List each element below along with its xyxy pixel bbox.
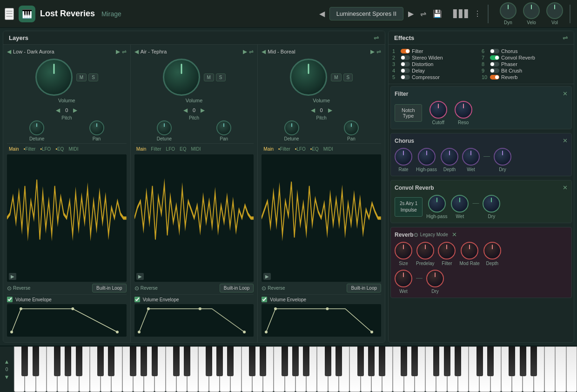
layer-2-play-button[interactable]: ▶ xyxy=(136,273,144,280)
black-key[interactable] xyxy=(65,346,71,376)
layer-1-tab-midi[interactable]: MIDI xyxy=(67,146,80,153)
chorus-close-button[interactable]: ✕ xyxy=(563,137,568,144)
black-key[interactable] xyxy=(455,346,461,376)
layer-2-tab-filter[interactable]: Filter xyxy=(149,146,163,153)
filter-type-button[interactable]: NotchType xyxy=(395,104,422,122)
layer-3-tab-lfo[interactable]: •LFO xyxy=(293,146,308,153)
reverb-predelay-knob[interactable] xyxy=(416,242,434,259)
menu-icon-button[interactable]: ⋮ xyxy=(474,9,481,18)
velo-knob[interactable] xyxy=(523,2,540,19)
layer-3-solo-button[interactable]: S xyxy=(343,73,353,81)
layer-1-tab-eq[interactable]: •EQ xyxy=(54,146,66,153)
layer-3-mute-button[interactable]: M xyxy=(331,73,341,81)
reverb-legacy-toggle[interactable]: ⊙ Legacy Mode xyxy=(414,232,448,238)
preset-next-button[interactable]: ▶ xyxy=(406,8,416,19)
black-key[interactable] xyxy=(108,346,114,376)
black-key[interactable] xyxy=(130,346,136,376)
chorus-dry-knob[interactable] xyxy=(494,148,511,166)
black-key[interactable] xyxy=(21,346,28,376)
chorus-highpass-knob[interactable] xyxy=(418,148,436,166)
convol-wet-knob[interactable] xyxy=(451,195,469,213)
layer-1-shuffle-button[interactable]: ⇌ xyxy=(122,48,127,55)
preset-save-button[interactable]: 💾 xyxy=(431,8,444,19)
black-key[interactable] xyxy=(33,346,39,376)
layer-2-mute-button[interactable]: M xyxy=(204,73,214,81)
black-key[interactable] xyxy=(411,346,418,376)
layer-1-detune-knob[interactable] xyxy=(29,120,44,135)
vol-knob[interactable] xyxy=(546,2,563,19)
layer-2-detune-knob[interactable] xyxy=(157,120,172,135)
black-key[interactable] xyxy=(520,346,526,376)
layer-1-mute-button[interactable]: M xyxy=(76,73,87,81)
black-key[interactable] xyxy=(530,346,537,376)
black-key[interactable] xyxy=(227,346,234,376)
reverb-close-button[interactable]: ✕ xyxy=(452,231,457,238)
black-key[interactable] xyxy=(444,346,450,376)
black-key[interactable] xyxy=(401,346,407,376)
effect-toggle-delay[interactable] xyxy=(401,68,410,73)
black-key[interactable] xyxy=(325,346,331,376)
layer-2-next-button[interactable]: ▶ xyxy=(243,48,247,55)
layer-1-prev-button[interactable]: ◀ xyxy=(7,48,11,55)
layer-1-reverse-toggle[interactable]: ⊙ Reverse xyxy=(7,285,30,292)
white-key[interactable] xyxy=(544,346,555,392)
black-key[interactable] xyxy=(303,346,309,376)
layer-3-pan-knob[interactable] xyxy=(344,120,359,135)
black-key[interactable] xyxy=(487,346,494,376)
black-key[interactable] xyxy=(206,346,212,376)
reverb-modrate-knob[interactable] xyxy=(461,242,478,259)
layer-3-next-button[interactable]: ▶ xyxy=(370,48,375,55)
black-key[interactable] xyxy=(335,346,342,376)
effect-toggle-phaser[interactable] xyxy=(490,62,499,66)
black-key[interactable] xyxy=(260,346,266,376)
octave-down-button[interactable]: ▼ xyxy=(4,374,10,380)
layer-3-loop-button[interactable]: Built-in Loop xyxy=(347,284,381,292)
layers-shuffle-icon[interactable]: ⇌ xyxy=(374,34,379,41)
layer-2-loop-button[interactable]: Built-in Loop xyxy=(220,284,254,292)
filter-cutoff-knob[interactable] xyxy=(429,101,447,119)
layer-3-tab-midi[interactable]: MIDI xyxy=(322,146,335,153)
chorus-wet-knob[interactable] xyxy=(462,148,480,166)
layer-1-play-button[interactable]: ▶ xyxy=(9,273,16,280)
layer-2-reverse-toggle[interactable]: ⊙ Reverse xyxy=(134,285,158,292)
black-key[interactable] xyxy=(152,346,158,376)
effect-toggle-filter[interactable] xyxy=(401,49,410,53)
convol-dry-knob[interactable] xyxy=(483,195,500,213)
effect-toggle-stereo[interactable] xyxy=(401,55,410,60)
layer-1-next-button[interactable]: ▶ xyxy=(116,48,120,55)
layer-2-tab-eq[interactable]: EQ xyxy=(178,146,188,153)
black-key[interactable] xyxy=(357,346,364,376)
black-key[interactable] xyxy=(368,346,375,376)
effect-toggle-distortion[interactable] xyxy=(401,62,410,66)
layer-2-tab-main[interactable]: Main xyxy=(134,146,148,153)
filter-close-button[interactable]: ✕ xyxy=(563,90,568,97)
layer-1-loop-button[interactable]: Built-in Loop xyxy=(92,284,127,292)
black-key[interactable] xyxy=(216,346,223,376)
reverb-depth-knob[interactable] xyxy=(483,242,501,259)
layer-2-pan-knob[interactable] xyxy=(216,120,231,135)
layer-2-envelope-checkbox[interactable] xyxy=(134,297,140,302)
white-key[interactable] xyxy=(566,346,577,392)
layer-3-prev-button[interactable]: ◀ xyxy=(262,48,266,55)
layer-1-volume-knob[interactable] xyxy=(35,59,73,96)
layer-1-solo-button[interactable]: S xyxy=(88,73,98,81)
effect-toggle-convol[interactable] xyxy=(490,55,499,60)
effect-toggle-chorus[interactable] xyxy=(490,49,499,53)
black-key[interactable] xyxy=(509,346,515,376)
reverb-size-knob[interactable] xyxy=(395,242,412,259)
convol-highpass-knob[interactable] xyxy=(428,195,446,213)
preset-prev-button[interactable]: ◀ xyxy=(317,8,327,19)
black-key[interactable] xyxy=(76,346,82,376)
layer-3-detune-knob[interactable] xyxy=(284,120,299,135)
layer-2-pitch-next-button[interactable]: ▶ xyxy=(201,107,205,113)
black-key[interactable] xyxy=(433,346,440,376)
layer-1-envelope-checkbox[interactable] xyxy=(7,297,13,302)
layer-3-play-button[interactable]: ▶ xyxy=(263,273,271,280)
black-key[interactable] xyxy=(292,346,299,376)
black-key[interactable] xyxy=(476,346,483,376)
reverb-wet-knob[interactable] xyxy=(395,270,412,287)
chorus-rate-knob[interactable] xyxy=(395,148,412,166)
layer-2-solo-button[interactable]: S xyxy=(216,73,226,81)
effect-toggle-bitcrush[interactable] xyxy=(490,68,499,73)
layer-3-shuffle-button[interactable]: ⇌ xyxy=(376,48,381,55)
